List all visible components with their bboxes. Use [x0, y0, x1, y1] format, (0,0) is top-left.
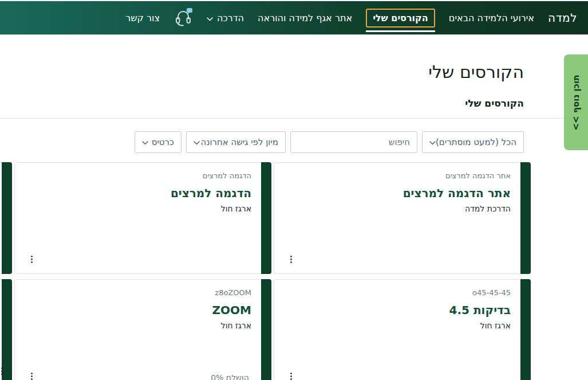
course-title[interactable]: בדיקות 4.5 — [288, 303, 511, 317]
main-content: הקורסים שלי הקורסים שלי הכל (למעט מוסתרי… — [0, 34, 588, 153]
course-category: 45-o45-45 — [288, 288, 511, 297]
side-tab-more-content[interactable]: תוכן נוסף >> — [564, 54, 588, 150]
course-category: z8oZOOM — [29, 288, 251, 297]
course-category: הדגמה למרצים — [29, 171, 251, 180]
filter-visibility-select[interactable]: הכל (למעט מוסתרים) — [422, 131, 524, 153]
course-card-clipped[interactable] — [0, 279, 12, 380]
nav-item-training-dropdown[interactable]: הדרכה — [207, 13, 244, 23]
course-subtitle: ארגז חול — [29, 204, 251, 213]
kebab-menu-icon[interactable] — [30, 371, 34, 380]
divider — [0, 118, 588, 119]
filter-view-select[interactable]: כרטיס — [135, 131, 181, 153]
kebab-menu-icon[interactable] — [289, 254, 293, 264]
course-title[interactable]: ZOOM — [29, 303, 251, 317]
card-accent-bar — [520, 162, 531, 274]
top-nav: למדה אירועי הלמידה הבאים הקורסים שלי אתר… — [0, 1, 588, 34]
card-accent-bar — [2, 279, 12, 380]
course-card[interactable]: הדגמה למרצים הדגמה למרצים ארגז חול — [14, 162, 271, 274]
course-card-clipped[interactable] — [0, 162, 12, 274]
course-title[interactable]: הדגמה למרצים — [29, 186, 251, 200]
brand-link[interactable]: למדה — [548, 11, 577, 25]
chevron-down-icon — [429, 137, 436, 147]
chevron-down-icon — [207, 13, 213, 23]
nav-item-learning-dept-site[interactable]: אתר אגף למידה והוראה — [258, 13, 352, 23]
card-accent-bar — [261, 162, 271, 274]
course-progress: הושלם 0% — [211, 373, 249, 380]
kebab-menu-icon[interactable] — [289, 371, 293, 380]
course-subtitle: הדרכת למדה — [288, 204, 511, 213]
course-subtitle: ארגז חול — [29, 321, 251, 330]
filter-sort-select[interactable]: מיון לפי גישה אחרונה — [186, 131, 286, 153]
section-heading: הקורסים שלי — [0, 97, 524, 109]
card-accent-bar — [2, 162, 12, 274]
active-tab-underline — [366, 30, 435, 32]
course-title[interactable]: אתר הדגמה למרצים — [288, 186, 511, 200]
contact-headset-icon[interactable] — [173, 7, 193, 28]
course-category: אתר הדגמה למרצים — [288, 171, 511, 180]
course-subtitle: ארגז חול — [288, 321, 511, 330]
course-search-input[interactable] — [290, 131, 417, 153]
chevron-down-icon — [194, 137, 200, 147]
course-card[interactable]: 45-o45-45 בדיקות 4.5 ארגז חול — [274, 279, 531, 380]
course-card[interactable]: אתר הדגמה למרצים אתר הדגמה למרצים הדרכת … — [274, 162, 531, 274]
filter-row: הכל (למעט מוסתרים) מיון לפי גישה אחרונה … — [0, 131, 524, 153]
card-accent-bar — [261, 279, 271, 380]
side-tab-label: תוכן נוסף >> — [571, 75, 581, 130]
kebab-menu-icon[interactable] — [1, 367, 3, 375]
course-card[interactable]: z8oZOOM ZOOM ארגז חול הושלם 0% — [14, 279, 271, 380]
kebab-menu-icon[interactable] — [30, 254, 34, 264]
page-title: הקורסים שלי — [0, 62, 524, 82]
chevron-down-icon — [142, 137, 148, 147]
card-accent-bar — [520, 279, 531, 380]
nav-item-contact[interactable]: צור קשר — [125, 13, 160, 23]
page: למדה אירועי הלמידה הבאים הקורסים שלי אתר… — [0, 0, 588, 380]
nav-item-my-courses[interactable]: הקורסים שלי — [366, 9, 435, 28]
nav-item-upcoming-events[interactable]: אירועי הלמידה הבאים — [449, 13, 534, 23]
